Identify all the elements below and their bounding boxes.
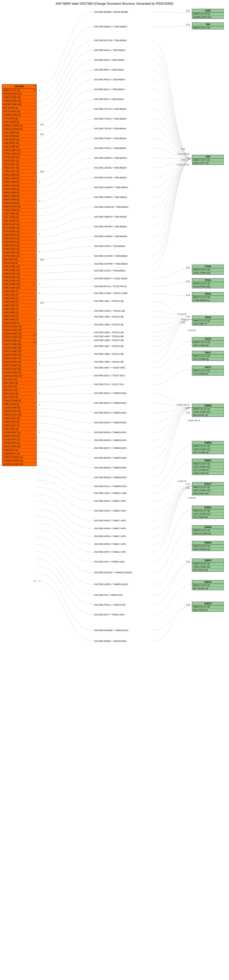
ref-table-aenr: AENRMANDT [CLNT (3)]AENNR [CHAR (12)] [192,9,224,10]
ref-table-header: AENR [192,9,224,10]
diagram-title: SAP ABAP table VDGTMD {Change Document S… [2,2,227,5]
